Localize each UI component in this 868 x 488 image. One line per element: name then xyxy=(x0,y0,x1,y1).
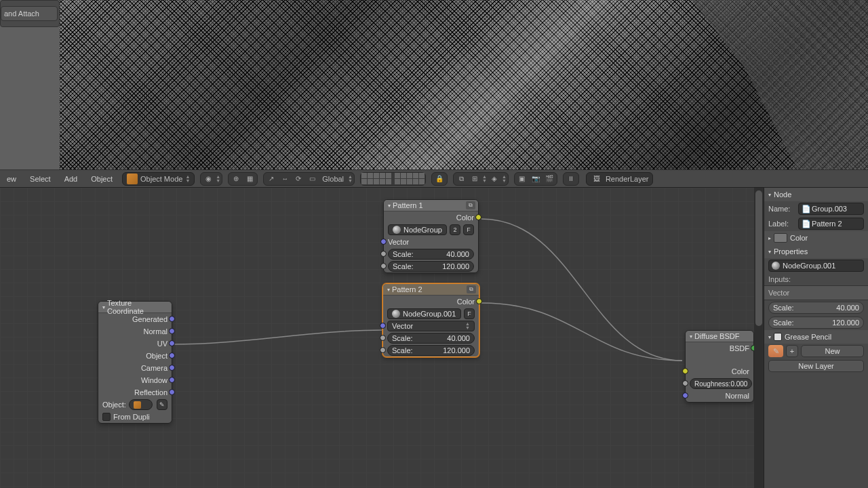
manipulator-icon[interactable]: ↗ xyxy=(265,173,277,185)
socket-out[interactable] xyxy=(169,389,175,395)
pause-btn[interactable]: ⏸ xyxy=(563,172,579,186)
socket-out[interactable] xyxy=(169,352,175,359)
scale2-row: Scale:120.000 xyxy=(764,315,868,330)
scale-field[interactable]: Scale:120.000 xyxy=(387,345,475,356)
pencil-icon[interactable]: ✎ xyxy=(768,345,783,357)
scale-field[interactable]: Scale:120.000 xyxy=(388,261,474,272)
rotate-icon[interactable]: ⟳ xyxy=(292,173,304,185)
object-field[interactable] xyxy=(129,399,153,410)
socket-in[interactable] xyxy=(380,323,386,329)
socket-out[interactable] xyxy=(169,328,175,334)
socket-out[interactable] xyxy=(169,377,175,383)
socket-in[interactable] xyxy=(380,347,386,353)
socket-in[interactable] xyxy=(682,392,688,399)
roughness-field[interactable]: Roughness:0.000 xyxy=(690,378,752,389)
vector-field[interactable]: Vector▲▼ xyxy=(387,321,475,331)
render-icon[interactable]: ▣ xyxy=(516,173,528,185)
name-field[interactable]: 📄Group.003 xyxy=(798,203,864,215)
group-field[interactable]: NodeGroup.001 xyxy=(768,260,864,272)
mode-selector[interactable]: Object Mode ▲▼ xyxy=(122,172,195,186)
eyedropper-button[interactable]: ✎ xyxy=(157,399,167,410)
checkbox-gp[interactable]: ✓ xyxy=(774,333,782,341)
render-layer-selector[interactable]: 🖼 RenderLayer xyxy=(586,172,654,186)
socket-out[interactable] xyxy=(475,214,481,220)
input-vector-row[interactable]: Vector xyxy=(764,285,868,300)
group-field[interactable]: NodeGroup xyxy=(388,224,447,235)
new-layer-button[interactable]: New Layer xyxy=(768,360,864,372)
scale-field[interactable]: Scale:40.000 xyxy=(387,333,475,344)
scrollbar-vertical[interactable] xyxy=(754,188,764,488)
fake-user-button[interactable]: F xyxy=(464,308,475,319)
socket-out[interactable] xyxy=(169,316,175,322)
label-field[interactable]: 📄Pattern 2 xyxy=(798,218,864,230)
mode-label: Object Mode xyxy=(140,175,182,183)
socket-in[interactable] xyxy=(380,251,387,257)
node-editor[interactable]: ▾Texture Coordinate Generated Normal UV … xyxy=(0,188,764,488)
node-header[interactable]: ▾Texture Coordinate xyxy=(98,302,172,313)
collapse-icon[interactable]: ⧉ xyxy=(466,201,475,209)
socket-out[interactable] xyxy=(169,340,175,346)
node-texture-coordinate[interactable]: ▾Texture Coordinate Generated Normal UV … xyxy=(98,301,172,424)
node-header[interactable]: ▾Pattern 2⧉ xyxy=(383,284,479,296)
scale-field-1[interactable]: Scale:40.000 xyxy=(768,302,864,314)
sphere-icon xyxy=(392,310,400,318)
menu-select[interactable]: Select xyxy=(26,174,55,184)
node-section-header[interactable]: ▾Node xyxy=(764,188,868,201)
snap-type-icon[interactable]: ⊞ xyxy=(469,173,481,185)
node-pattern-2[interactable]: ▾Pattern 2⧉ Color NodeGroup.001 F Vector… xyxy=(382,283,479,357)
add-button[interactable]: + xyxy=(786,345,798,357)
updown-icon: ▲▼ xyxy=(465,322,470,330)
camera-icon[interactable]: 📷 xyxy=(530,173,542,185)
scale-field[interactable]: Scale:40.000 xyxy=(388,249,474,260)
output-uv: UV xyxy=(98,338,172,350)
lock-layers[interactable]: 🔒 xyxy=(431,172,448,186)
fake-user-button[interactable]: F xyxy=(463,224,474,235)
color-section-header[interactable]: ▸Color xyxy=(764,231,868,245)
socket-in[interactable] xyxy=(682,380,688,386)
tool-panel: and Attach xyxy=(0,0,60,27)
layers-group[interactable] xyxy=(360,172,426,186)
group-field[interactable]: NodeGroup.001 xyxy=(387,308,461,319)
node-header[interactable]: ▾Diffuse BSDF xyxy=(686,331,753,342)
output-object: Object xyxy=(98,350,172,362)
input-vector-label: Vector xyxy=(768,289,789,297)
socket-out[interactable] xyxy=(169,365,175,371)
socket-in[interactable] xyxy=(682,368,688,374)
orientation-label[interactable]: Global xyxy=(319,175,347,183)
from-dupli-row[interactable]: From Dupli xyxy=(98,411,172,423)
pivot-group[interactable]: ⊕ ▦ xyxy=(228,172,258,186)
chevron-down-icon: ▾ xyxy=(768,334,771,340)
new-button[interactable]: New xyxy=(801,345,864,357)
scale-field-2[interactable]: Scale:120.000 xyxy=(768,317,864,329)
tool-button-attach[interactable]: and Attach xyxy=(1,6,58,21)
pivot-icon: ⊕ xyxy=(230,173,242,185)
viewport-3d[interactable]: and Attach xyxy=(0,0,868,169)
socket-in[interactable] xyxy=(380,263,387,269)
from-dupli-label: From Dupli xyxy=(113,413,150,421)
manip-group: ↗ ↔ ⟳ ▭ Global ▲▼ xyxy=(263,172,355,186)
doc-icon: 📄 xyxy=(802,205,810,213)
users-count[interactable]: 2 xyxy=(450,224,460,235)
snap-icon[interactable]: ⧉ xyxy=(455,173,467,185)
node-header[interactable]: ▾Pattern 1⧉ xyxy=(384,200,478,211)
menu-object[interactable]: Object xyxy=(87,174,117,184)
translate-icon[interactable]: ↔ xyxy=(279,173,291,185)
menu-view[interactable]: ew xyxy=(3,174,20,184)
socket-in[interactable] xyxy=(380,335,386,341)
object-label: Object: xyxy=(102,401,126,409)
properties-section-header[interactable]: ▾Properties xyxy=(764,245,868,258)
color-swatch[interactable] xyxy=(774,233,787,243)
socket-in[interactable] xyxy=(380,239,387,245)
shading-group[interactable]: ◉ ▲▼ xyxy=(200,172,222,186)
node-diffuse-bsdf[interactable]: ▾Diffuse BSDF BSDF Color Roughness:0.000… xyxy=(685,330,754,403)
socket-out[interactable] xyxy=(476,298,482,304)
clapboard-icon[interactable]: 🎬 xyxy=(543,173,555,185)
node-pattern-1[interactable]: ▾Pattern 1⧉ Color NodeGroup 2 F Vector S… xyxy=(383,199,479,273)
snap-target-icon[interactable]: ◈ xyxy=(488,173,500,185)
menu-add[interactable]: Add xyxy=(60,174,82,184)
grease-pencil-header[interactable]: ▾✓Grease Pencil xyxy=(764,330,868,344)
gp-new-row: ✎ + New xyxy=(764,344,868,359)
scale-icon[interactable]: ▭ xyxy=(306,173,318,185)
collapse-icon[interactable]: ⧉ xyxy=(467,285,476,293)
checkbox[interactable] xyxy=(102,413,111,421)
